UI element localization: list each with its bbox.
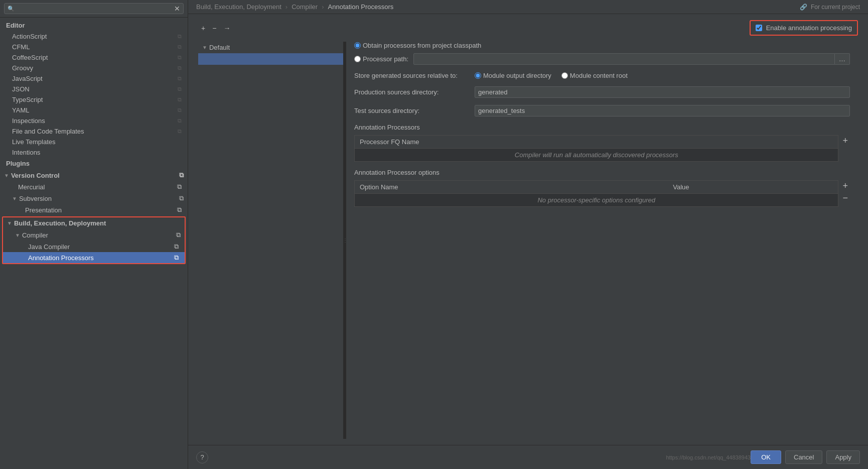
obtain-radio[interactable]: [354, 42, 361, 49]
sidebar-list: Editor ActionScript ⧉ CFML ⧉ CoffeeScrip…: [0, 18, 188, 469]
sidebar-item-file-code-templates[interactable]: File and Code Templates ⧉: [0, 126, 188, 137]
copy-icon: ⧉: [176, 231, 181, 239]
search-bar: 🔍 Anno ✕: [0, 0, 188, 18]
module-output-radio[interactable]: [475, 72, 481, 79]
content-main: + − → Enable annotation processing ▼: [188, 14, 868, 445]
processor-path-browse-button[interactable]: …: [835, 53, 850, 65]
search-wrapper: 🔍 Anno ✕: [4, 3, 184, 14]
annotation-options-table-wrapper: Option Name Value No processor-specific …: [354, 180, 850, 207]
annotation-options-table: Option Name Value No processor-specific …: [354, 180, 838, 207]
search-icon: 🔍: [8, 6, 15, 12]
production-dir-input[interactable]: [475, 86, 850, 98]
bottom-url: https://blog.csdn.net/qq_44838943: [666, 454, 751, 460]
enable-processing-label: Enable annotation processing: [766, 24, 852, 32]
expand-icon: ▼: [12, 196, 17, 201]
sidebar-item-javascript[interactable]: JavaScript ⧉: [0, 73, 188, 84]
breadcrumb-sep1: ›: [285, 3, 287, 11]
sidebar-item-coffeescript[interactable]: CoffeeScript ⧉: [0, 52, 188, 63]
sidebar-item-java-compiler[interactable]: Java Compiler ⧉: [3, 241, 185, 252]
copy-icon: ⧉: [178, 54, 182, 61]
tree-triangle-icon: ▼: [202, 45, 207, 50]
copy-icon: ⧉: [178, 75, 182, 82]
version-control-group[interactable]: ▼ Version Control ⧉: [0, 169, 188, 181]
expand-icon: ▼: [7, 220, 12, 226]
tree-default-group[interactable]: ▼ Default: [198, 42, 343, 53]
test-dir-row: Test sources directory:: [354, 105, 850, 116]
annotation-processors-label: Annotation Processors: [354, 124, 850, 131]
sidebar-item-presentation[interactable]: Presentation ⧉: [0, 204, 188, 215]
processor-path-input[interactable]: [413, 53, 835, 65]
sidebar-item-inspections[interactable]: Inspections ⧉: [0, 115, 188, 126]
copy-icon: ⧉: [178, 118, 182, 124]
copy-icon: ⧉: [178, 96, 182, 103]
enable-processing-row: Enable annotation processing: [750, 20, 858, 36]
apply-button[interactable]: Apply: [826, 450, 860, 464]
sidebar-item-groovy[interactable]: Groovy ⧉: [0, 63, 188, 73]
processor-path-option[interactable]: Processor path:: [354, 55, 408, 63]
options-side-buttons: + −: [840, 180, 850, 203]
plugins-section-header: Plugins: [0, 158, 188, 169]
processor-path-radio[interactable]: [354, 56, 361, 62]
copy-icon: ⧉: [177, 206, 182, 214]
copy-icon: ⧉: [177, 183, 182, 191]
link-icon: 🔗: [800, 4, 807, 11]
copy-icon: ⧉: [179, 194, 184, 202]
sidebar-item-json[interactable]: JSON ⧉: [0, 84, 188, 94]
module-content-radio[interactable]: [561, 72, 568, 79]
remove-option-button[interactable]: −: [840, 192, 850, 203]
module-content-option[interactable]: Module content root: [561, 72, 628, 79]
config-tree-panel: ▼ Default: [198, 42, 344, 439]
copy-icon: ⧉: [174, 243, 179, 251]
sidebar-item-annotation-processors[interactable]: Annotation Processors ⧉: [3, 252, 185, 263]
expand-icon: ▼: [4, 173, 9, 178]
sidebar: 🔍 Anno ✕ Editor ActionScript ⧉ CFML ⧉ Co…: [0, 0, 188, 469]
annotation-processors-table-wrapper: Processor FQ Name Compiler will run all …: [354, 135, 850, 162]
annotation-processors-empty-text: Compiler will run all automatically disc…: [355, 149, 838, 162]
bottom-action-buttons: OK Cancel Apply: [751, 450, 860, 464]
tree-selected-item[interactable]: [198, 53, 343, 65]
module-output-option[interactable]: Module output directory: [475, 72, 551, 79]
subversion-group[interactable]: ▼ Subversion ⧉: [0, 192, 188, 204]
option-name-header: Option Name: [355, 181, 668, 194]
tree-default-label: Default: [209, 44, 230, 51]
copy-icon: ⧉: [178, 128, 182, 135]
breadcrumb-part2: Compiler: [292, 3, 318, 11]
sidebar-item-yaml[interactable]: YAML ⧉: [0, 105, 188, 115]
annotation-options-label: Annotation Processor options: [354, 169, 850, 176]
clear-search-button[interactable]: ✕: [174, 5, 180, 13]
breadcrumb-part1: Build, Execution, Deployment: [196, 3, 281, 11]
add-option-button[interactable]: +: [840, 180, 850, 191]
search-input[interactable]: Anno: [17, 5, 172, 13]
add-processor-button[interactable]: +: [840, 135, 850, 146]
help-button[interactable]: ?: [196, 451, 208, 463]
annotation-processors-section: Annotation Processors Processor FQ Name: [354, 124, 850, 162]
content-panel: Build, Execution, Deployment › Compiler …: [188, 0, 868, 469]
annotation-options-table-container: Option Name Value No processor-specific …: [354, 180, 838, 207]
copy-icon: ⧉: [178, 107, 182, 113]
editor-section-header: Editor: [0, 20, 188, 31]
navigate-button[interactable]: →: [220, 23, 233, 33]
annotation-options-empty-text: No processor-specific options configured: [355, 194, 838, 207]
build-execution-group[interactable]: ▼ Build, Execution, Deployment: [3, 217, 185, 229]
sidebar-item-live-templates[interactable]: Live Templates: [0, 137, 188, 147]
sidebar-item-actionscript[interactable]: ActionScript ⧉: [0, 31, 188, 42]
sidebar-item-mercurial[interactable]: Mercurial ⧉: [0, 181, 188, 192]
enable-processing-checkbox[interactable]: [756, 25, 762, 31]
ok-button[interactable]: OK: [751, 450, 781, 464]
processor-path-row: Processor path: …: [354, 53, 850, 65]
sidebar-item-typescript[interactable]: TypeScript ⧉: [0, 94, 188, 105]
project-label: 🔗 For current project: [800, 4, 860, 11]
bottom-bar: ? https://blog.csdn.net/qq_44838943 OK C…: [188, 445, 868, 469]
remove-config-button[interactable]: −: [209, 23, 219, 33]
sidebar-item-intentions[interactable]: Intentions: [0, 147, 188, 158]
breadcrumb-sep2: ›: [322, 3, 324, 11]
add-config-button[interactable]: +: [198, 23, 208, 33]
obtain-processors-option[interactable]: Obtain processors from project classpath: [354, 42, 481, 49]
compiler-group[interactable]: ▼ Compiler ⧉: [3, 229, 185, 241]
cancel-button[interactable]: Cancel: [785, 450, 822, 464]
obtain-processors-row: Obtain processors from project classpath: [354, 42, 850, 49]
copy-icon: ⧉: [174, 254, 179, 262]
table-row: Compiler will run all automatically disc…: [355, 149, 838, 162]
sidebar-item-cfml[interactable]: CFML ⧉: [0, 42, 188, 52]
test-dir-input[interactable]: [475, 105, 850, 116]
